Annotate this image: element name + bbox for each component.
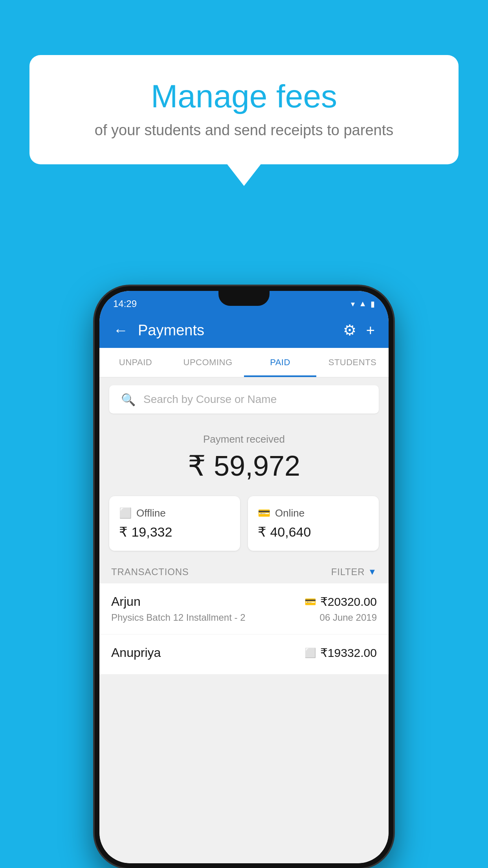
transaction-list: Arjun 💳 ₹20320.00 Physics Batch 12 Insta… <box>99 583 389 675</box>
bubble-title: Manage fees <box>57 79 431 114</box>
transaction-type-icon-2: ⬜ <box>305 647 316 658</box>
status-icons: ▾ ▲ ▮ <box>351 299 375 309</box>
online-card-header: 💳 Online <box>258 507 369 519</box>
app-bar: ← Payments ⚙ + <box>99 313 389 348</box>
payment-cards: ⬜ Offline ₹ 19,332 💳 Online ₹ 40,640 <box>109 496 379 551</box>
content-area: 🔍 Search by Course or Name Payment recei… <box>99 377 389 863</box>
transaction-amount-wrap-2: ⬜ ₹19332.00 <box>305 646 377 660</box>
phone-screen: 14:29 ▾ ▲ ▮ ← Payments ⚙ + UNPAID <box>99 291 389 863</box>
transactions-header: TRANSACTIONS FILTER ▼ <box>99 559 389 583</box>
offline-card-header: ⬜ Offline <box>119 507 230 519</box>
app-bar-icons: ⚙ + <box>343 322 375 339</box>
offline-icon: ⬜ <box>119 507 132 519</box>
tab-unpaid[interactable]: UNPAID <box>99 348 172 377</box>
tabs-container: UNPAID UPCOMING PAID STUDENTS <box>99 348 389 377</box>
payment-received-label: Payment received <box>107 433 381 445</box>
transaction-course-1: Physics Batch 12 Installment - 2 <box>111 612 245 623</box>
online-icon: 💳 <box>258 507 270 519</box>
tab-students[interactable]: STUDENTS <box>316 348 389 377</box>
app-bar-title: Payments <box>138 322 333 339</box>
add-button[interactable]: + <box>366 322 375 339</box>
offline-amount: ₹ 19,332 <box>119 524 230 540</box>
phone-notch <box>218 291 270 306</box>
offline-label: Offline <box>136 507 166 519</box>
filter-button[interactable]: FILTER ▼ <box>331 566 377 577</box>
bubble-subtitle: of your students and send receipts to pa… <box>57 122 431 139</box>
filter-label: FILTER <box>331 566 365 577</box>
back-button[interactable]: ← <box>113 322 128 339</box>
payment-summary: Payment received ₹ 59,972 <box>99 421 389 492</box>
speech-bubble: Manage fees of your students and send re… <box>29 55 459 164</box>
transactions-label: TRANSACTIONS <box>111 566 189 577</box>
phone-frame: 14:29 ▾ ▲ ▮ ← Payments ⚙ + UNPAID <box>95 286 393 868</box>
search-placeholder: Search by Course or Name <box>143 393 277 406</box>
transaction-type-icon-1: 💳 <box>305 596 316 607</box>
phone-device: 14:29 ▾ ▲ ▮ ← Payments ⚙ + UNPAID <box>95 286 393 868</box>
transaction-row-top-2: Anupriya ⬜ ₹19332.00 <box>111 645 377 660</box>
online-card: 💳 Online ₹ 40,640 <box>248 496 379 551</box>
online-amount: ₹ 40,640 <box>258 524 369 540</box>
search-bar[interactable]: 🔍 Search by Course or Name <box>109 385 379 414</box>
transaction-name-1: Arjun <box>111 594 141 609</box>
transaction-name-2: Anupriya <box>111 645 161 660</box>
online-label: Online <box>275 507 305 519</box>
status-time: 14:29 <box>113 298 137 309</box>
tab-paid[interactable]: PAID <box>244 348 316 377</box>
tab-upcoming[interactable]: UPCOMING <box>172 348 244 377</box>
transaction-amount-wrap-1: 💳 ₹20320.00 <box>305 595 377 609</box>
transaction-row-top-1: Arjun 💳 ₹20320.00 <box>111 594 377 609</box>
transaction-date-1: 06 June 2019 <box>320 612 377 623</box>
battery-icon: ▮ <box>371 299 375 309</box>
volume-up-button <box>95 362 97 389</box>
power-button <box>391 377 393 417</box>
table-row[interactable]: Anupriya ⬜ ₹19332.00 <box>99 634 389 675</box>
filter-icon: ▼ <box>368 567 377 577</box>
transaction-amount-2: ₹19332.00 <box>320 646 377 660</box>
speech-bubble-container: Manage fees of your students and send re… <box>29 55 459 164</box>
settings-icon[interactable]: ⚙ <box>343 322 356 339</box>
payment-total: ₹ 59,972 <box>107 449 381 482</box>
offline-card: ⬜ Offline ₹ 19,332 <box>109 496 240 551</box>
transaction-amount-1: ₹20320.00 <box>320 595 377 609</box>
volume-down-button <box>95 397 97 425</box>
table-row[interactable]: Arjun 💳 ₹20320.00 Physics Batch 12 Insta… <box>99 583 389 634</box>
signal-icon: ▲ <box>359 299 367 308</box>
search-icon: 🔍 <box>121 393 136 406</box>
transaction-row-bottom-1: Physics Batch 12 Installment - 2 06 June… <box>111 612 377 623</box>
wifi-icon: ▾ <box>351 299 355 309</box>
